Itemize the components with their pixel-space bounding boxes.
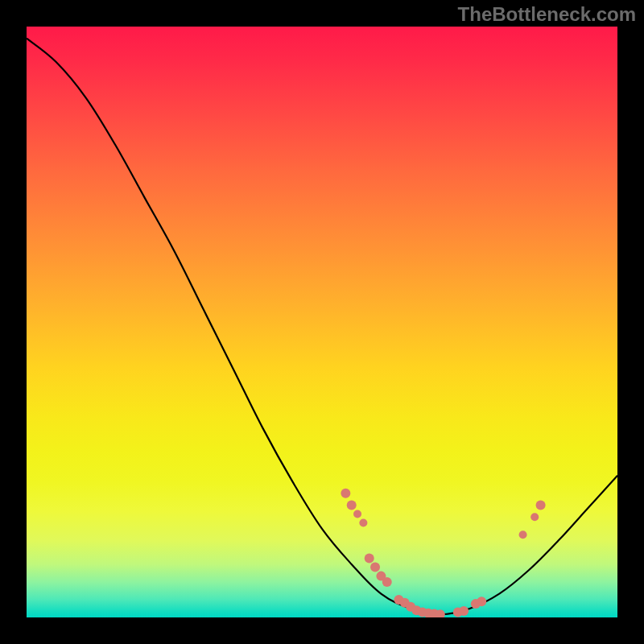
datapoint — [347, 501, 357, 510]
datapoint — [459, 606, 469, 616]
datapoint — [477, 597, 486, 606]
watermark-text: TheBottleneck.com — [458, 3, 636, 26]
datapoint-group — [341, 489, 545, 617]
datapoint — [359, 519, 367, 527]
datapoint — [365, 554, 374, 564]
datapoint — [370, 563, 380, 572]
bottleneck-curve — [27, 39, 617, 615]
datapoint — [519, 530, 527, 539]
chart-container: TheBottleneck.com — [0, 0, 644, 644]
datapoint — [382, 577, 392, 587]
curve-svg — [27, 27, 617, 617]
datapoint — [341, 489, 350, 498]
datapoint — [353, 510, 361, 518]
datapoint — [536, 501, 546, 510]
plot-area — [27, 27, 617, 617]
datapoint — [530, 513, 539, 521]
